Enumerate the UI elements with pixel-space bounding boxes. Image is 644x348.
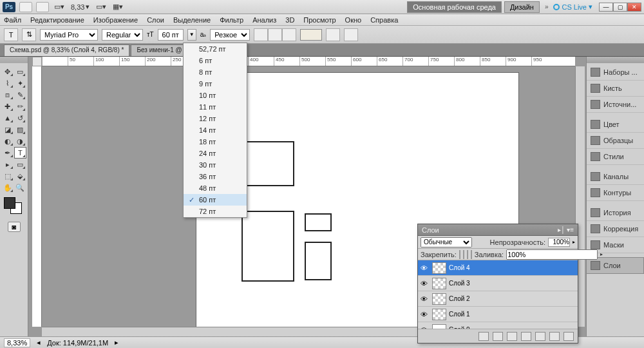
ruler-origin[interactable] (32, 57, 42, 66)
dock-panel-button[interactable]: Наборы ... (587, 64, 644, 81)
visibility-toggle[interactable]: 👁 (418, 280, 430, 287)
font-size-field[interactable] (158, 29, 184, 41)
quick-mask-button[interactable]: ◙ (8, 222, 21, 232)
launch-minibridge-button[interactable] (36, 2, 49, 12)
window-minimize-button[interactable]: — (599, 3, 613, 12)
layer-row[interactable]: 👁Слой 3 (418, 276, 578, 291)
pen-tool[interactable]: ✒ (1, 147, 14, 159)
font-size-option[interactable]: 72 пт (184, 206, 247, 217)
quick-select-tool[interactable]: ✦ (14, 77, 27, 89)
font-size-option[interactable]: 30 пт (184, 159, 247, 171)
dock-panel-button[interactable]: Стили (587, 149, 644, 165)
shape-rectangle[interactable] (305, 242, 332, 280)
gradient-tool[interactable]: ▨ (14, 124, 27, 135)
dock-panel-button[interactable]: Слои (587, 257, 644, 274)
shape-rectangle[interactable] (242, 211, 294, 282)
lock-all-button[interactable] (471, 250, 472, 259)
font-size-option[interactable]: 14 пт (184, 124, 247, 136)
layer-style-button[interactable] (493, 332, 503, 341)
path-select-tool[interactable]: ▸ (1, 159, 14, 170)
dock-panel-button[interactable]: Образцы (587, 133, 644, 149)
dock-panel-button[interactable]: Контуры (587, 185, 644, 201)
layer-name[interactable]: Слой 3 (449, 280, 470, 287)
extras-button[interactable]: ▦▾ (111, 3, 124, 11)
window-close-button[interactable]: ✕ (627, 3, 641, 12)
align-right-button[interactable] (282, 28, 296, 41)
visibility-toggle[interactable]: 👁 (418, 295, 430, 303)
marquee-tool[interactable]: ▭ (14, 66, 27, 77)
menu-filter[interactable]: Фильтр (220, 16, 243, 24)
menu-layers[interactable]: Слои (147, 16, 164, 24)
color-swatches[interactable] (4, 197, 24, 215)
layer-name[interactable]: Слой 1 (449, 311, 470, 318)
window-maximize-button[interactable]: ▢ (613, 3, 627, 12)
shape-rectangle[interactable] (305, 213, 332, 231)
character-panel-button[interactable] (344, 28, 358, 41)
dock-panel-button[interactable]: Источни... (587, 97, 644, 113)
opacity-field[interactable] (548, 238, 570, 247)
menu-3d[interactable]: 3D (285, 16, 294, 24)
launch-bridge-button[interactable] (19, 2, 32, 12)
right-dock-grip[interactable] (587, 57, 644, 63)
menu-help[interactable]: Справка (370, 16, 398, 24)
dock-panel-button[interactable]: Каналы (587, 169, 644, 185)
layer-name[interactable]: Слой 2 (449, 295, 470, 302)
font-size-option[interactable]: 8 пт (184, 66, 247, 78)
layer-group-button[interactable] (535, 332, 545, 341)
visibility-toggle[interactable]: 👁 (418, 264, 430, 272)
adjustment-layer-button[interactable] (521, 332, 531, 341)
status-doc-info[interactable]: Док: 114,9М/21,1М (47, 339, 108, 347)
lock-transparency-button[interactable] (459, 250, 460, 259)
layer-row[interactable]: 👁Слой 2 (418, 291, 578, 307)
visibility-toggle[interactable]: 👁 (418, 311, 430, 318)
eraser-tool[interactable]: ◪ (1, 124, 14, 135)
brush-tool[interactable]: ✏ (14, 101, 27, 112)
status-menu-icon[interactable]: ▸ (115, 338, 118, 347)
dock-panel-button[interactable]: Коррекция (587, 221, 644, 237)
workspace-design-button[interactable]: Дизайн (504, 1, 540, 13)
blur-tool[interactable]: ◐ (1, 135, 14, 147)
clone-stamp-tool[interactable]: ▲ (1, 112, 14, 124)
cs-live-button[interactable]: CS Live ▾ (553, 3, 592, 11)
horizontal-ruler[interactable]: 5010015020025030035040045050055060065070… (42, 57, 575, 66)
font-size-dropdown-button[interactable]: ▼ (187, 29, 196, 41)
link-layers-button[interactable] (478, 332, 489, 341)
opacity-flyout-icon[interactable]: ▸ (573, 239, 575, 245)
dock-panel-button[interactable]: История (587, 205, 644, 221)
font-size-option[interactable]: 6 пт (184, 55, 247, 66)
text-orientation-button[interactable]: ⇅ (22, 28, 36, 41)
new-layer-button[interactable] (549, 332, 560, 341)
font-size-option[interactable]: 36 пт (184, 171, 247, 182)
font-size-option[interactable]: 10 пт (184, 90, 247, 101)
fill-field[interactable] (506, 249, 598, 260)
menu-image[interactable]: Изображение (93, 16, 138, 24)
dock-panel-button[interactable]: Цвет (587, 117, 644, 133)
status-scroll-left-icon[interactable]: ◂ (37, 338, 41, 347)
layer-thumbnail[interactable] (432, 324, 446, 329)
status-zoom-field[interactable]: 8,33% (4, 338, 30, 347)
workspace-essentials-button[interactable]: Основная рабочая среда (407, 1, 502, 13)
tools-panel-grip[interactable] (0, 57, 28, 63)
antialias-select[interactable]: Резкое (210, 29, 250, 41)
lock-pixels-button[interactable] (463, 250, 464, 259)
font-size-option[interactable]: 48 пт (184, 182, 247, 194)
layer-row[interactable]: 👁Слой 0 (418, 322, 578, 329)
shape-rectangle[interactable] (242, 141, 294, 186)
lasso-tool[interactable]: ⌇ (1, 77, 14, 89)
panel-menu-button[interactable]: ▸│ ▾≡ (558, 226, 574, 233)
menu-view[interactable]: Просмотр (303, 16, 336, 24)
font-style-select[interactable]: Regular (102, 29, 143, 41)
eyedropper-tool[interactable]: ✎ (14, 89, 27, 101)
layer-name[interactable]: Слой 4 (449, 264, 470, 271)
font-size-option[interactable]: 12 пт (184, 113, 247, 124)
dock-panel-button[interactable]: Кисть (587, 81, 644, 97)
dodge-tool[interactable]: ◑ (14, 135, 27, 147)
layer-row[interactable]: 👁Слой 4 (418, 260, 578, 276)
font-size-option[interactable]: 18 пт (184, 136, 247, 148)
fill-flyout-icon[interactable]: ▸ (600, 251, 603, 257)
tool-preset-button[interactable]: T (4, 28, 18, 41)
move-tool[interactable]: ✥ (1, 66, 14, 77)
warp-text-button[interactable] (326, 28, 340, 41)
font-size-option[interactable]: 11 пт (184, 101, 247, 113)
layer-thumbnail[interactable] (432, 278, 446, 289)
